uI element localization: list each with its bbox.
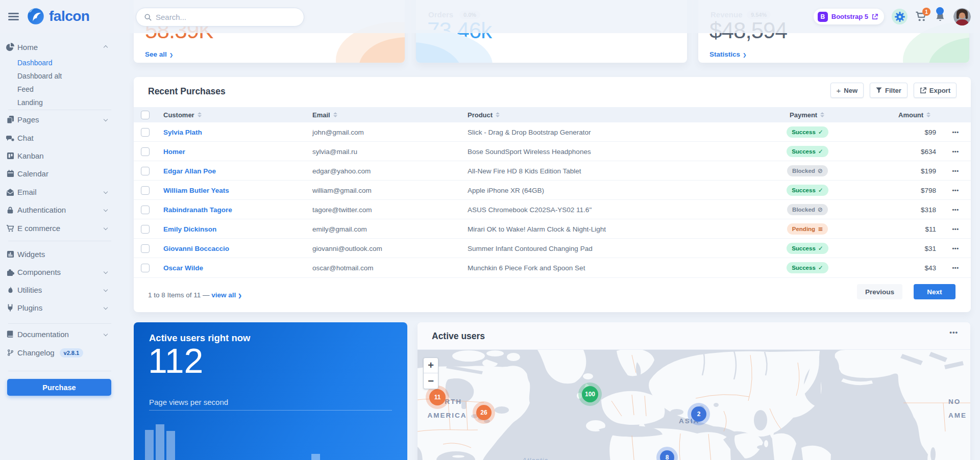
sidebar-item-landing[interactable]: Landing [17,96,119,109]
chevron-down-icon [104,189,108,193]
row-actions-menu[interactable]: ••• [952,207,959,213]
chart-pie-icon [6,43,14,51]
see-all-link[interactable]: See all [145,50,173,58]
sidebar-item-feed[interactable]: Feed [17,83,119,96]
sidebar-item-dashboard[interactable]: Dashboard [17,56,119,69]
sidebar-item-ecommerce[interactable]: E commerce [6,219,126,237]
customer-link[interactable]: Sylvia Plath [163,129,202,136]
filter-button[interactable]: Filter [870,83,908,98]
search-input[interactable] [156,13,288,21]
falcon-logo[interactable]: falcon [27,7,89,25]
customer-link[interactable]: Giovanni Boccaccio [163,245,229,252]
customer-link[interactable]: Rabindranath Tagore [163,206,232,214]
falcon-logo-icon [27,7,45,25]
row-checkbox[interactable] [141,244,150,253]
column-header-customer[interactable]: Customer [163,111,194,119]
row-checkbox[interactable] [141,225,150,234]
row-checkbox[interactable] [141,206,150,214]
row-actions-menu[interactable]: ••• [952,148,959,155]
row-checkbox[interactable] [141,264,150,272]
sidebar-item-kanban[interactable]: Kanban [6,147,126,165]
map-cluster-marker[interactable]: 26 [476,405,492,420]
hamburger-menu-icon[interactable] [8,13,19,21]
status-icon [818,264,823,271]
previous-button[interactable]: Previous [857,284,902,299]
row-actions-menu[interactable]: ••• [952,168,959,174]
zoom-out-button[interactable]: − [424,373,438,389]
row-checkbox[interactable] [141,167,150,175]
sidebar-item-dashboard-alt[interactable]: Dashboard alt [17,69,119,83]
sidebar-item-components[interactable]: Components [6,263,126,281]
zoom-in-button[interactable]: + [424,358,438,373]
product-cell: Summer Infant Contoured Changing Pad [468,239,593,258]
notifications-button[interactable] [935,11,946,22]
customer-link[interactable]: Edgar Allan Poe [163,167,216,175]
search-box[interactable] [136,8,304,27]
new-button[interactable]: +New [830,83,864,98]
card-menu-icon[interactable]: ••• [949,328,958,336]
shopping-cart-button[interactable]: 1 [915,11,927,22]
export-button[interactable]: Export [914,83,957,98]
email-cell: sylvia@mail.ru [312,142,357,161]
sidebar-item-authentication[interactable]: Authentication [6,201,126,219]
sidebar-item-documentation[interactable]: Documentation [6,325,126,343]
status-icon [818,187,823,194]
row-actions-menu[interactable]: ••• [952,226,959,232]
external-link-icon [920,87,926,94]
sidebar-item-utilities[interactable]: Utilities [6,281,126,299]
column-header-amount[interactable]: Amount [898,111,923,119]
customer-link[interactable]: William Butler Yeats [163,187,229,194]
row-checkbox[interactable] [141,186,150,195]
next-button[interactable]: Next [914,284,955,299]
row-actions-menu[interactable]: ••• [952,187,959,193]
product-cell: Mirari OK to Wake! Alarm Clock & Night-L… [468,219,606,239]
active-users-count: 112 [148,341,203,380]
chevron-down-icon [104,305,108,309]
plus-icon: + [837,86,841,95]
status-icon [818,167,823,174]
settings-button[interactable] [892,9,908,24]
row-actions-menu[interactable]: ••• [952,129,959,135]
row-checkbox[interactable] [141,147,150,156]
amount-cell: $199 [869,161,936,181]
customer-link[interactable]: Oscar Wilde [163,264,203,272]
chat-icon [6,134,14,142]
row-actions-menu[interactable]: ••• [952,265,959,271]
map-label-atlantic: Atlantic [522,456,548,460]
external-link-icon [872,14,878,20]
map-cluster-marker[interactable]: 2 [691,406,706,422]
user-avatar[interactable] [953,8,971,25]
column-header-email[interactable]: Email [312,111,330,119]
select-all-checkbox[interactable] [141,111,150,119]
customer-link[interactable]: Homer [163,148,185,156]
sidebar-item-plugins[interactable]: Plugins [6,299,126,317]
bootstrap-version-button[interactable]: B Bootstrap 5 [814,9,884,24]
payment-status-badge: Blocked [787,204,828,215]
sidebar-item-home[interactable]: Home [6,38,126,56]
search-icon [144,14,152,21]
row-actions-menu[interactable]: ••• [952,245,959,251]
sidebar-item-widgets[interactable]: Widgets [6,245,126,263]
chevron-down-icon [104,331,108,336]
book-icon [6,330,14,338]
sidebar-item-changelog[interactable]: Changelog v2.8.1 [6,344,126,362]
world-map[interactable]: + − NORTHAMERICA ASIA NOAME Atlantic 11 … [418,350,970,460]
map-cluster-marker[interactable]: 11 [429,389,446,405]
sidebar-item-calendar[interactable]: Calendar [6,165,126,183]
sidebar-item-email[interactable]: Email [6,183,126,201]
row-checkbox[interactable] [141,128,150,137]
sidebar-item-pages[interactable]: Pages [6,111,126,129]
divider [149,410,392,411]
column-header-product[interactable]: Product [468,111,493,119]
statistics-link[interactable]: Statistics [709,50,747,58]
map-cluster-marker[interactable]: 100 [582,386,598,402]
sidebar-item-chat[interactable]: Chat [6,129,126,147]
table-row: Rabindranath Tagore tagore@twitter.com A… [134,200,971,219]
table-row: Emily Dickinson emily@gmail.com Mirari O… [134,219,971,239]
purchase-button[interactable]: Purchase [7,379,111,396]
column-header-payment[interactable]: Payment [790,111,817,119]
view-all-link[interactable]: view all [211,291,242,299]
map-label-north-america-2: NOAME [948,395,970,422]
customer-link[interactable]: Emily Dickinson [163,225,216,233]
payment-status-badge: Success [787,185,828,196]
